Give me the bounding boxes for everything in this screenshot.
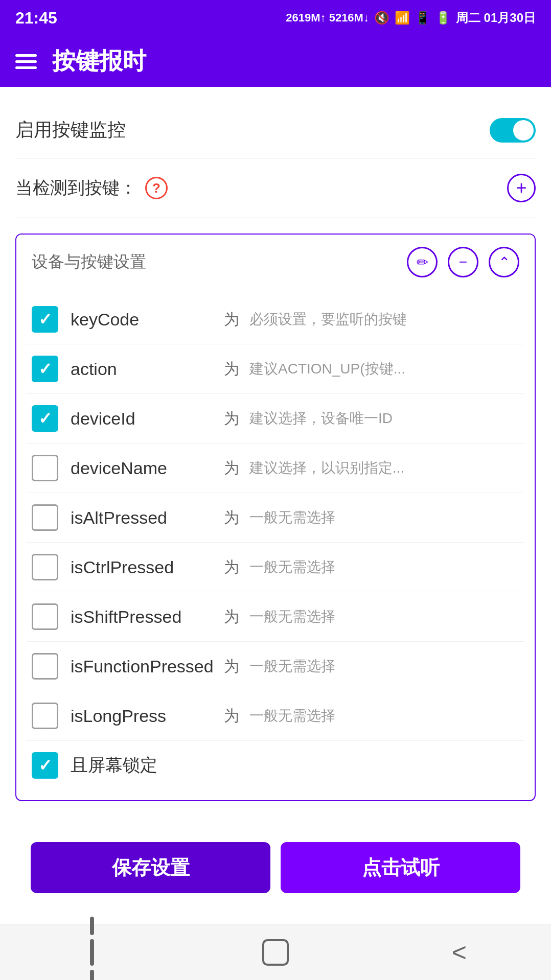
status-bar: 21:45 2619M↑ 5216M↓ 🔇 📶 📱 🔋 周二 01月30日	[0, 0, 551, 36]
battery-icon: 🔋	[435, 11, 451, 25]
status-date: 周二 01月30日	[456, 10, 536, 26]
add-rule-button[interactable]: +	[507, 174, 536, 202]
nav-back-button[interactable]: <	[439, 932, 479, 973]
settings-panel-title: 设备与按键设置	[32, 251, 146, 273]
list-item: isShiftPressed为一般无需选择	[27, 592, 524, 642]
desc-isFunctionPressed: 一般无需选择	[249, 657, 519, 676]
minus-icon: −	[459, 254, 467, 270]
network-info: 2619M↑ 5216M↓	[286, 11, 369, 25]
list-item: isCtrlPressed为一般无需选择	[27, 543, 524, 592]
checkbox-isLongPress[interactable]	[32, 703, 58, 729]
checkbox-deviceName[interactable]	[32, 455, 58, 481]
main-content: 启用按键监控 当检测到按键： ? + 设备与按键设置 ✏ −	[0, 87, 551, 924]
list-item: deviceName为建议选择，以识别指定...	[27, 444, 524, 493]
enable-toggle[interactable]	[490, 118, 536, 143]
checkbox-isAltPressed[interactable]	[32, 504, 58, 531]
help-icon[interactable]: ?	[145, 177, 168, 199]
mute-icon: 🔇	[374, 11, 389, 25]
settings-panel-header: 设备与按键设置 ✏ − ⌃	[16, 235, 535, 290]
toggle-row: 启用按键监控	[15, 102, 536, 158]
app-header: 按键报时	[0, 36, 551, 87]
status-time: 21:45	[15, 9, 57, 28]
checkbox-action[interactable]	[32, 356, 58, 382]
key-detected-label: 当检测到按键：	[15, 176, 137, 200]
remove-button[interactable]: −	[448, 247, 478, 277]
home-icon	[262, 939, 289, 966]
checkbox-name-action: action	[71, 359, 214, 379]
checkbox-name-isLongPress: isLongPress	[71, 706, 214, 726]
list-item: action为建议ACTION_UP(按键...	[27, 344, 524, 394]
save-button[interactable]: 保存设置	[31, 842, 270, 893]
checkbox-name-deviceName: deviceName	[71, 458, 214, 478]
checkbox-name-isCtrlPressed: isCtrlPressed	[71, 557, 214, 577]
desc-isAltPressed: 一般无需选择	[249, 508, 519, 527]
checkbox-isCtrlPressed[interactable]	[32, 554, 58, 580]
checkbox-deviceId[interactable]	[32, 405, 58, 432]
chevron-up-icon: ⌃	[498, 254, 510, 271]
page-title: 按键报时	[52, 45, 146, 77]
desc-isLongPress: 一般无需选择	[249, 706, 519, 726]
key-detected-row: 当检测到按键： ? +	[15, 158, 536, 218]
checkbox-list: keyCode为必须设置，要监听的按键action为建议ACTION_UP(按键…	[16, 290, 535, 800]
key-detected-left: 当检测到按键： ?	[15, 176, 168, 200]
checkbox-name-deviceId: deviceId	[71, 409, 214, 429]
desc-action: 建议ACTION_UP(按键...	[249, 359, 519, 379]
checkbox-name-keyCode: keyCode	[71, 310, 214, 330]
settings-panel-actions: ✏ − ⌃	[407, 247, 519, 277]
connector-action: 为	[224, 359, 239, 380]
list-item: isFunctionPressed为一般无需选择	[27, 642, 524, 691]
nav-bar: <	[0, 924, 551, 980]
desc-keyCode: 必须设置，要监听的按键	[249, 310, 519, 329]
connector-deviceId: 为	[224, 408, 239, 429]
wifi-icon: 📶	[395, 11, 410, 25]
menu-button[interactable]	[15, 54, 37, 69]
checkbox-isFunctionPressed[interactable]	[32, 653, 58, 680]
list-item: 且屏幕锁定	[27, 741, 524, 790]
list-item: deviceId为建议选择，设备唯一ID	[27, 394, 524, 444]
list-item: keyCode为必须设置，要监听的按键	[27, 295, 524, 344]
connector-deviceName: 为	[224, 458, 239, 479]
desc-isCtrlPressed: 一般无需选择	[249, 557, 519, 577]
checkbox-name-isFunctionPressed: isFunctionPressed	[71, 657, 214, 676]
desc-isShiftPressed: 一般无需选择	[249, 607, 519, 626]
test-button[interactable]: 点击试听	[281, 842, 520, 893]
connector-isLongPress: 为	[224, 706, 239, 727]
desc-deviceId: 建议选择，设备唯一ID	[249, 409, 519, 428]
checkbox-且屏幕锁定[interactable]	[32, 752, 58, 779]
bottom-buttons: 保存设置 点击试听	[15, 827, 536, 908]
connector-isCtrlPressed: 为	[224, 557, 239, 578]
settings-panel: 设备与按键设置 ✏ − ⌃ keyCode为必须设置，要监听的按键action为…	[15, 234, 536, 801]
edit-button[interactable]: ✏	[407, 247, 438, 277]
toggle-label: 启用按键监控	[15, 118, 126, 143]
connector-keyCode: 为	[224, 309, 239, 330]
nav-recent-button[interactable]	[72, 932, 112, 973]
back-icon: <	[452, 940, 467, 965]
connector-isAltPressed: 为	[224, 507, 239, 528]
signal-icon: 📱	[415, 11, 430, 25]
desc-deviceName: 建议选择，以识别指定...	[249, 458, 519, 478]
nav-home-button[interactable]	[255, 932, 296, 973]
checkbox-keyCode[interactable]	[32, 306, 58, 333]
checkbox-name-且屏幕锁定: 且屏幕锁定	[71, 754, 519, 777]
recent-apps-icon	[90, 917, 94, 981]
connector-isShiftPressed: 为	[224, 606, 239, 627]
list-item: isAltPressed为一般无需选择	[27, 493, 524, 543]
edit-icon: ✏	[417, 254, 428, 271]
checkbox-name-isAltPressed: isAltPressed	[71, 508, 214, 528]
checkbox-name-isShiftPressed: isShiftPressed	[71, 607, 214, 627]
checkbox-isShiftPressed[interactable]	[32, 603, 58, 630]
move-up-button[interactable]: ⌃	[489, 247, 519, 277]
list-item: isLongPress为一般无需选择	[27, 691, 524, 741]
connector-isFunctionPressed: 为	[224, 656, 239, 677]
status-right: 2619M↑ 5216M↓ 🔇 📶 📱 🔋 周二 01月30日	[286, 10, 536, 26]
